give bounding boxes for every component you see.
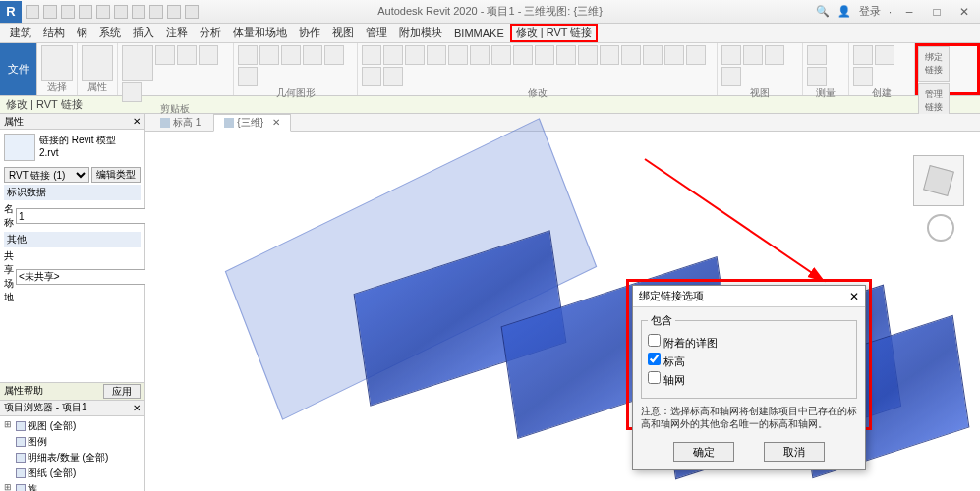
ribbon-button[interactable] bbox=[556, 45, 576, 65]
ribbon-button[interactable] bbox=[383, 45, 403, 65]
ribbon-group-label: 测量 bbox=[807, 86, 844, 100]
ribbon-group-label: 视图 bbox=[721, 86, 798, 100]
ribbon-button[interactable] bbox=[807, 67, 827, 86]
ribbon-button[interactable] bbox=[405, 45, 425, 65]
tree-item-族[interactable]: 族 bbox=[2, 481, 143, 492]
title-bar: R Autodesk Revit 2020 - 项目1 - 三维视图: {三维}… bbox=[0, 0, 980, 24]
close-button[interactable]: ✕ bbox=[954, 5, 974, 19]
option-轴网[interactable]: 轴网 bbox=[648, 371, 850, 388]
ribbon-button[interactable] bbox=[743, 45, 763, 65]
ribbon-button[interactable] bbox=[259, 45, 279, 65]
checkbox-标高[interactable] bbox=[648, 353, 661, 365]
menu-注释[interactable]: 注释 bbox=[160, 24, 194, 42]
search-icon[interactable]: 🔍 bbox=[816, 5, 830, 18]
ribbon-button[interactable] bbox=[853, 45, 873, 65]
ribbon-button[interactable] bbox=[82, 45, 113, 81]
checkbox-附着的详图[interactable] bbox=[648, 334, 661, 347]
option-标高[interactable]: 标高 bbox=[648, 353, 850, 369]
quick-access-toolbar[interactable] bbox=[26, 5, 199, 19]
ribbon-button[interactable] bbox=[383, 67, 403, 86]
menu-钢[interactable]: 钢 bbox=[71, 24, 93, 42]
ribbon-button[interactable] bbox=[324, 45, 344, 65]
tree-item-图纸 (全部)[interactable]: 图纸 (全部) bbox=[2, 465, 143, 481]
ribbon-button[interactable] bbox=[643, 45, 663, 65]
ribbon-button[interactable] bbox=[470, 45, 490, 65]
ribbon-button[interactable] bbox=[177, 45, 197, 65]
properties-close-icon[interactable]: ✕ bbox=[133, 116, 141, 127]
ribbon-button[interactable] bbox=[721, 45, 741, 65]
menu-体量和场地[interactable]: 体量和场地 bbox=[227, 24, 293, 42]
ribbon-button[interactable] bbox=[41, 45, 73, 81]
option-附着的详图[interactable]: 附着的详图 bbox=[648, 334, 850, 351]
ribbon-button[interactable] bbox=[281, 45, 301, 65]
view-tab-标高 1[interactable]: 标高 1 bbox=[149, 114, 211, 132]
view-tab-{三维}[interactable]: {三维}✕ bbox=[213, 114, 291, 132]
ribbon-button[interactable] bbox=[686, 45, 706, 65]
menu-插入[interactable]: 插入 bbox=[127, 24, 160, 42]
ribbon-button[interactable] bbox=[621, 45, 641, 65]
nav-wheel-icon[interactable] bbox=[927, 214, 954, 242]
bind-link-options-dialog: 绑定链接选项 ✕ 包含 附着的详图 标高 轴网 注意：选择标高和轴网将创建除项目… bbox=[632, 285, 866, 470]
user-icon[interactable]: 👤 bbox=[837, 5, 851, 18]
edit-type-button[interactable]: 编辑类型 bbox=[91, 167, 141, 183]
3d-viewport[interactable]: 绑定链接选项 ✕ 包含 附着的详图 标高 轴网 注意：选择标高和轴网将创建除项目… bbox=[145, 132, 980, 491]
minimize-button[interactable]: – bbox=[899, 5, 919, 19]
browser-close-icon[interactable]: ✕ bbox=[133, 403, 141, 413]
ribbon-button[interactable] bbox=[765, 45, 784, 65]
ribbon-button[interactable] bbox=[122, 82, 142, 102]
ribbon-button[interactable] bbox=[600, 45, 619, 65]
tree-icon bbox=[16, 453, 26, 463]
ribbon-button[interactable] bbox=[199, 45, 218, 65]
login-link[interactable]: 登录 bbox=[859, 4, 881, 19]
ribbon-button[interactable] bbox=[238, 45, 258, 65]
shared-site-value[interactable] bbox=[16, 269, 146, 285]
menu-建筑[interactable]: 建筑 bbox=[4, 24, 37, 42]
project-browser[interactable]: 视图 (全部)图例明细表/数量 (全部)图纸 (全部)族组Revit 链接 bbox=[0, 416, 144, 492]
menu-视图[interactable]: 视图 bbox=[326, 24, 360, 42]
ribbon-button[interactable] bbox=[491, 45, 511, 65]
ribbon-group-测量: 测量 bbox=[803, 43, 849, 95]
cancel-button[interactable]: 取消 bbox=[764, 442, 825, 462]
menu-附加模块[interactable]: 附加模块 bbox=[393, 24, 448, 42]
tree-item-图例[interactable]: 图例 bbox=[2, 434, 143, 450]
ok-button[interactable]: 确定 bbox=[673, 442, 734, 462]
ribbon-button[interactable] bbox=[362, 67, 381, 86]
ribbon-button[interactable] bbox=[238, 67, 258, 86]
ribbon-button[interactable] bbox=[853, 67, 873, 86]
menu-协作[interactable]: 协作 bbox=[293, 24, 326, 42]
include-legend: 包含 bbox=[648, 313, 675, 328]
tab-close-icon[interactable]: ✕ bbox=[272, 117, 280, 128]
ribbon-button[interactable] bbox=[427, 45, 446, 65]
ribbon-button[interactable] bbox=[303, 45, 322, 65]
window-title: Autodesk Revit 2020 - 项目1 - 三维视图: {三维} bbox=[377, 4, 603, 19]
type-selector[interactable]: RVT 链接 (1) bbox=[4, 167, 89, 183]
ribbon-button[interactable] bbox=[155, 45, 175, 65]
menu-修改 | RVT 链接[interactable]: 修改 | RVT 链接 bbox=[510, 24, 599, 42]
ribbon-button[interactable] bbox=[721, 67, 741, 86]
menu-结构[interactable]: 结构 bbox=[37, 24, 71, 42]
name-input[interactable] bbox=[16, 208, 146, 224]
tree-item-视图 (全部)[interactable]: 视图 (全部) bbox=[2, 418, 143, 434]
ribbon-button[interactable] bbox=[448, 45, 468, 65]
menu-分析[interactable]: 分析 bbox=[194, 24, 227, 42]
file-tab[interactable]: 文件 bbox=[0, 43, 37, 95]
menu-BIMMAKE[interactable]: BIMMAKE bbox=[448, 26, 510, 41]
ribbon-button[interactable] bbox=[362, 45, 381, 65]
checkbox-轴网[interactable] bbox=[648, 371, 661, 384]
ribbon-button[interactable] bbox=[807, 45, 827, 65]
section-other: 其他 bbox=[4, 232, 141, 247]
menu-管理[interactable]: 管理 bbox=[360, 24, 393, 42]
ribbon-button[interactable] bbox=[875, 45, 894, 65]
ribbon-button[interactable] bbox=[578, 45, 598, 65]
dialog-close-icon[interactable]: ✕ bbox=[849, 290, 859, 303]
ribbon-button[interactable] bbox=[513, 45, 533, 65]
tree-item-明细表/数量 (全部)[interactable]: 明细表/数量 (全部) bbox=[2, 450, 143, 465]
ribbon-button[interactable] bbox=[535, 45, 554, 65]
ribbon-button[interactable] bbox=[664, 45, 684, 65]
view-cube[interactable] bbox=[913, 155, 964, 206]
ribbon-button[interactable]: 绑定 链接 bbox=[918, 46, 950, 82]
ribbon-button[interactable] bbox=[122, 45, 153, 81]
menu-系统[interactable]: 系统 bbox=[93, 24, 127, 42]
apply-button[interactable]: 应用 bbox=[103, 384, 141, 399]
restore-button[interactable]: □ bbox=[927, 5, 947, 19]
